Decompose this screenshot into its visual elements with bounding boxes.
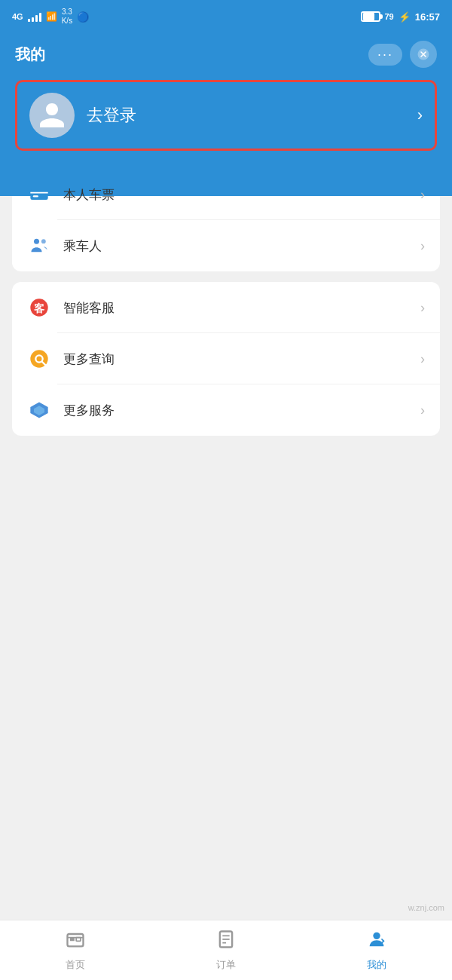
speed-label: 3.3 K/s [62, 8, 72, 26]
svg-point-7 [41, 239, 46, 243]
more-services-arrow-icon: › [420, 403, 425, 418]
home-icon [65, 929, 86, 955]
my-ticket-label: 本人车票 [63, 186, 408, 204]
header-icons: ··· [368, 41, 437, 68]
network-label: 4G [12, 12, 23, 21]
battery-icon [361, 11, 380, 22]
passenger-label: 乘车人 [63, 237, 408, 255]
card-ticket-passenger: 本人车票 › 乘车人 › [12, 169, 440, 271]
menu-item-my-ticket[interactable]: 本人车票 › [12, 169, 440, 220]
smart-service-icon: 客 [27, 296, 51, 320]
ticket-icon [27, 182, 51, 207]
nav-mine-label: 我的 [367, 958, 386, 972]
passenger-icon [27, 234, 51, 258]
menu-item-smart-service[interactable]: 客 智能客服 › [12, 282, 440, 333]
nav-home-label: 首页 [66, 958, 85, 972]
more-query-label: 更多查询 [63, 351, 408, 368]
bottom-nav: 首页 订单 我的 [0, 920, 452, 980]
signal-icon [28, 11, 41, 22]
watermark: w.znj.com [408, 903, 444, 912]
menu-item-more-services[interactable]: 更多服务 › [12, 384, 440, 436]
mine-icon [366, 929, 387, 955]
svg-text:客: 客 [34, 302, 45, 314]
svg-rect-5 [33, 195, 38, 197]
nav-order-label: 订单 [216, 958, 236, 972]
battery-level: 79 [385, 12, 394, 21]
status-left: 4G 📶 3.3 K/s 🔵 [12, 8, 89, 26]
page-title: 我的 [15, 44, 45, 65]
avatar [29, 93, 75, 138]
order-icon [215, 929, 237, 955]
login-arrow-icon: › [417, 106, 423, 125]
my-ticket-arrow-icon: › [420, 187, 425, 203]
more-services-icon [27, 398, 51, 422]
smart-service-arrow-icon: › [420, 300, 425, 316]
svg-rect-3 [30, 189, 47, 200]
menu-item-more-query[interactable]: 更多查询 › [12, 333, 440, 384]
more-button[interactable]: ··· [368, 44, 402, 66]
more-services-label: 更多服务 [63, 402, 408, 419]
status-bar: 4G 📶 3.3 K/s 🔵 79 ⚡ 16:57 [0, 0, 452, 33]
login-text: 去登录 [87, 104, 405, 127]
svg-point-6 [34, 239, 39, 244]
wifi-icon: 📶 [46, 11, 57, 22]
svg-point-23 [373, 933, 380, 939]
menu-item-passenger[interactable]: 乘车人 › [12, 220, 440, 271]
nav-item-mine[interactable]: 我的 [301, 923, 452, 978]
header-top: 我的 ··· [15, 41, 437, 68]
lightning-icon: ⚡ [399, 11, 411, 23]
wechat-icon: 🔵 [77, 11, 89, 23]
more-query-icon [27, 347, 51, 371]
status-right: 79 ⚡ 16:57 [361, 11, 441, 23]
login-card[interactable]: 去登录 › [15, 80, 437, 151]
main-content: 本人车票 › 乘车人 › 客 [0, 169, 452, 920]
time-display: 16:57 [415, 11, 440, 23]
close-button[interactable] [410, 41, 437, 68]
nav-item-home[interactable]: 首页 [0, 923, 151, 978]
nav-item-order[interactable]: 订单 [151, 923, 301, 978]
passenger-arrow-icon: › [420, 238, 425, 254]
card-services: 客 智能客服 › 更多查询 › [12, 282, 440, 436]
smart-service-label: 智能客服 [63, 299, 408, 317]
more-query-arrow-icon: › [420, 351, 425, 367]
